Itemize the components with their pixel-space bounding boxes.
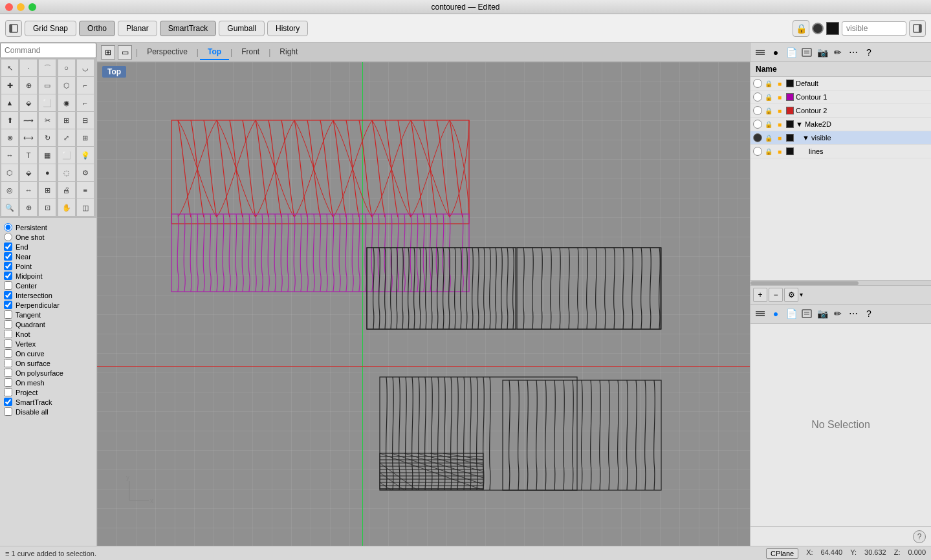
sphere-tool[interactable]: ◉ — [58, 94, 75, 111]
arc-tool[interactable]: ◡ — [77, 59, 94, 76]
visibility-input[interactable] — [842, 21, 906, 36]
properties-icon[interactable] — [800, 45, 814, 59]
scale-tool[interactable]: ⤢ — [58, 129, 75, 146]
layer-material-default[interactable]: ■ — [775, 79, 784, 88]
extrude-tool[interactable]: ⬆ — [1, 112, 18, 129]
camera-icon[interactable]: 📷 — [815, 45, 829, 59]
rt-camera-icon[interactable]: 📷 — [815, 307, 829, 321]
layer-row-contour2[interactable]: 🔒 ■ Contour 2 — [750, 104, 931, 118]
render-icon[interactable]: ● — [769, 45, 783, 59]
smarttrack-button[interactable]: SmartTrack — [160, 21, 217, 36]
osnap-center[interactable]: Center — [4, 281, 93, 290]
lock-icon[interactable]: 🔒 — [793, 20, 809, 37]
sidebar-left-toggle[interactable] — [5, 20, 22, 37]
print-tool[interactable]: 🖨 — [58, 182, 75, 199]
hatch-tool[interactable]: ▦ — [39, 147, 56, 164]
rt-document-icon[interactable]: 📄 — [784, 307, 798, 321]
osnap-onmesh[interactable]: On mesh — [4, 378, 93, 387]
viewport-grid-btn[interactable]: ⊞ — [101, 45, 115, 59]
explode-tool[interactable]: ⊟ — [77, 112, 94, 129]
trim-tool[interactable]: ✂ — [39, 112, 56, 129]
document-icon[interactable]: 📄 — [784, 45, 798, 59]
layer-lock-contour2[interactable]: 🔒 — [764, 106, 773, 115]
layer-vis-contour2[interactable] — [753, 106, 762, 115]
layer-row-visible[interactable]: 🔒 ■ ▼ visible — [750, 131, 931, 145]
osnap-oncurve[interactable]: On curve — [4, 349, 93, 358]
help-right-icon[interactable]: ? — [862, 45, 876, 59]
layer-vis-default[interactable] — [753, 79, 762, 88]
layer-material-make2d[interactable]: ■ — [775, 120, 784, 129]
ortho-button[interactable]: Ortho — [79, 21, 115, 36]
tab-front[interactable]: Front — [234, 45, 267, 60]
layers-scrollbar[interactable] — [750, 280, 931, 285]
zoom-win[interactable]: ⊡ — [39, 199, 56, 216]
sidebar-right-toggle[interactable] — [909, 20, 926, 37]
osnap-quadrant[interactable]: Quadrant — [4, 320, 93, 328]
help-button[interactable]: ? — [913, 530, 926, 543]
dim-tool[interactable]: ↔ — [1, 147, 18, 164]
osnap-disableall[interactable]: Disable all — [4, 407, 93, 416]
layer-material-contour1[interactable]: ■ — [775, 92, 784, 102]
array-tool[interactable]: ⊞ — [77, 129, 94, 146]
osnap-project[interactable]: Project — [4, 388, 93, 396]
osnap-onpolysurface[interactable]: On polysurface — [4, 369, 93, 377]
maximize-button[interactable] — [28, 3, 36, 11]
rt-help-icon[interactable]: ? — [862, 307, 876, 321]
osnap-end[interactable]: End — [4, 242, 93, 251]
layer-material-visible[interactable]: ■ — [775, 133, 784, 142]
layer-color-contour1[interactable] — [786, 93, 794, 101]
layer-color-contour2[interactable] — [786, 107, 794, 114]
layer-lock-default[interactable]: 🔒 — [764, 79, 773, 88]
osnap-tangent[interactable]: Tangent — [4, 310, 93, 319]
grid-snap-button[interactable]: Grid Snap — [25, 21, 76, 36]
pan-tool[interactable]: ✋ — [58, 199, 75, 216]
tab-right[interactable]: Right — [272, 45, 305, 60]
add-layer-btn[interactable]: + — [753, 288, 767, 302]
osnap-knot[interactable]: Knot — [4, 330, 93, 338]
layer-row-lines[interactable]: 🔒 ■ lines — [750, 145, 931, 158]
sweep-tool[interactable]: ⬙ — [20, 94, 37, 111]
layer-lock-visible[interactable]: 🔒 — [764, 133, 773, 142]
join-tool[interactable]: ⊞ — [58, 112, 75, 129]
uv-tool[interactable]: ◫ — [77, 199, 94, 216]
osnap-smarttrack[interactable]: SmartTrack — [4, 398, 93, 406]
layer-row-default[interactable]: 🔒 ■ Default — [750, 77, 931, 91]
plug-tool[interactable]: ⚙ — [77, 164, 94, 181]
move-tool[interactable]: ✚ — [1, 77, 18, 94]
surface-tool[interactable]: ⬙ — [20, 164, 37, 181]
tab-top[interactable]: Top — [200, 45, 229, 60]
snap-circle[interactable] — [812, 23, 824, 34]
rt-edit-icon[interactable]: ✏ — [831, 307, 845, 321]
text-tool[interactable]: T — [20, 147, 37, 164]
layer-color-default[interactable] — [786, 80, 794, 87]
mesh-tool[interactable]: ⬡ — [1, 164, 18, 181]
layer-settings-arrow[interactable]: ▾ — [800, 291, 803, 298]
minimize-button[interactable] — [17, 3, 25, 11]
cylinder-tool[interactable]: ⌐ — [77, 94, 94, 111]
select-tool[interactable]: ↖ — [1, 59, 18, 76]
layer-material-lines[interactable]: ■ — [775, 147, 784, 156]
copy-tool[interactable]: ⊕ — [20, 77, 37, 94]
offset-tool[interactable]: ⟿ — [20, 112, 37, 129]
gumball-button[interactable]: Gumball — [219, 21, 265, 36]
box-tool[interactable]: ⬜ — [39, 94, 56, 111]
layer-lock-make2d[interactable]: 🔒 — [764, 120, 773, 129]
boolean-tool[interactable]: ⊗ — [1, 129, 18, 146]
layers-icon[interactable] — [753, 45, 767, 59]
rt-more-icon[interactable]: ⋯ — [846, 307, 860, 321]
layer-vis-make2d[interactable] — [753, 120, 762, 129]
color-swatch[interactable] — [826, 22, 839, 35]
planar-button[interactable]: Planar — [118, 21, 157, 36]
command-input[interactable] — [0, 43, 96, 58]
osnap-vertex[interactable]: Vertex — [4, 339, 93, 348]
polygon-tool[interactable]: ⬡ — [58, 77, 75, 94]
circle-tool[interactable]: ○ — [58, 59, 75, 76]
layer-settings-btn[interactable]: ⚙ — [784, 288, 798, 302]
loft-tool[interactable]: ▲ — [1, 94, 18, 111]
analyze-tool[interactable]: ◌ — [58, 164, 75, 181]
named-sel[interactable]: ⊞ — [39, 182, 56, 199]
layer-lock-contour1[interactable]: 🔒 — [764, 92, 773, 102]
layer-color-visible[interactable] — [786, 134, 794, 142]
viewport-canvas[interactable]: Top — [97, 62, 750, 546]
script-tool[interactable]: ≡ — [77, 182, 94, 199]
